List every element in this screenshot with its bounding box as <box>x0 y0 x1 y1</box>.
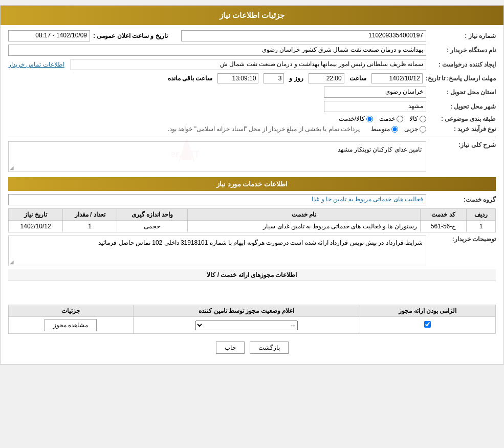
cell-row-num: 1 <box>467 221 496 232</box>
service-group-row: گروه خدمت: فعالیت های خدماتی مربوط به تا… <box>8 194 496 205</box>
tender-number-value: 1102093354000197 <box>181 30 426 41</box>
province-row: استان محل تحویل : خراسان رضوی <box>8 87 496 98</box>
col-quantity: تعداد / مقدار <box>63 209 117 221</box>
creator-contact-link[interactable]: اطلاعات تماس خریدار <box>8 61 64 68</box>
process-jozii-radio[interactable] <box>420 126 426 133</box>
page-title: جزئیات اطلاعات نیاز <box>220 11 284 19</box>
main-content: شماره نیاز : 1102093354000197 تاریخ و سا… <box>1 25 503 364</box>
response-days: 3 <box>264 73 284 83</box>
process-label: نوع فرآیند خرید : <box>429 125 496 133</box>
tender-number-label: شماره نیاز : <box>429 32 496 39</box>
category-khadamat-radio[interactable] <box>397 116 403 122</box>
process-jozii-item: جزیی <box>404 125 426 133</box>
services-section-label: اطلاعات خدمات مورد نیاز <box>216 180 288 188</box>
city-row: شهر محل تحویل : مشهد <box>8 101 496 112</box>
perm-details-cell: مشاهده مجوز <box>9 317 134 334</box>
process-desc: پرداخت تمام یا بخشی از مبلغ خریدار از مح… <box>168 125 360 133</box>
process-motavasset-radio[interactable] <box>391 126 398 133</box>
perm-col-details: جزئیات <box>9 305 134 317</box>
process-row: نوع فرآیند خرید : جزیی متوسط پرداخت تمام… <box>8 125 496 133</box>
cell-quantity: 1 <box>63 221 117 232</box>
services-section-header: اطلاعات خدمات مورد نیاز <box>8 177 496 191</box>
response-time-label: ساعت <box>349 75 366 82</box>
category-kala-radio[interactable] <box>420 116 426 122</box>
process-radio-group: جزیی متوسط پرداخت تمام یا بخشی از مبلغ خ… <box>168 125 426 133</box>
category-kala-label: کالا <box>409 115 418 122</box>
tender-number-row: شماره نیاز : 1102093354000197 تاریخ و سا… <box>8 30 496 41</box>
category-khadamat-item: خدمت <box>379 115 403 122</box>
general-desc-text: تامین غذای کارکنان توبنکار مشهد <box>338 146 422 153</box>
perm-status-cell: -- <box>133 317 360 334</box>
buyer-desc-resize: ◢ <box>10 259 14 265</box>
cell-unit: حجمی <box>117 221 187 232</box>
svg-text:AnatTender.NET: AnatTender.NET <box>171 149 200 159</box>
buyer-row: نام دستگاه خریدار : بهداشت و درمان صنعت … <box>8 45 496 56</box>
buyer-desc-label: توضیحات خریدار: <box>429 236 496 243</box>
watermark-logo: AnatTender.NET <box>171 134 264 180</box>
col-service-code: کد خدمت <box>420 209 467 221</box>
permissions-section-title: اطلاعات مجوزهای ارائه خدمت / کالا <box>8 269 496 281</box>
response-date: 1402/10/12 <box>371 73 423 83</box>
process-motavasset-item: متوسط <box>371 125 398 133</box>
spacer <box>8 284 496 305</box>
col-measurement-unit: واحد اندازه گیری <box>117 209 187 221</box>
process-jozii-label: جزیی <box>404 125 418 133</box>
view-permit-button[interactable]: مشاهده مجوز <box>45 319 97 331</box>
col-date: تاریخ نیاز <box>9 209 63 221</box>
city-label: شهر محل تحویل : <box>429 103 496 110</box>
permissions-title-text: اطلاعات مجوزهای ارائه خدمت / کالا <box>207 271 297 279</box>
footer-buttons: بازگشت چاپ <box>8 342 496 354</box>
permissions-row: -- مشاهده مجوز <box>9 317 496 334</box>
category-kala-khadamat-item: کالا/خدمت <box>339 115 373 122</box>
remaining-label: ساعت باقی مانده <box>168 75 213 82</box>
service-group-label: گروه خدمت: <box>429 196 496 203</box>
perm-col-required: الزامی بودن ارائه مجوز <box>360 305 495 317</box>
cell-date: 1402/10/12 <box>9 221 63 232</box>
category-kala-khadamat-label: کالا/خدمت <box>339 115 365 122</box>
perm-required-cell <box>360 317 495 334</box>
response-deadline-row: مهلت ارسال پاسخ: تا تاریخ: 1402/10/12 سا… <box>8 73 496 83</box>
col-service-name: نام خدمت <box>187 209 420 221</box>
category-khadamat-label: خدمت <box>379 115 395 122</box>
category-radio-group: کالا خدمت کالا/خدمت <box>339 115 426 122</box>
back-button[interactable]: بازگشت <box>250 342 289 354</box>
page-header: جزئیات اطلاعات نیاز <box>1 6 503 25</box>
category-row: طبقه بندی موضوعی : کالا خدمت کالا/خدمت <box>8 115 496 122</box>
response-time: 22:00 <box>309 73 344 83</box>
category-kala-item: کالا <box>409 115 426 122</box>
process-motavasset-label: متوسط <box>371 125 390 133</box>
creator-value: سمانه ظریف سلطانی رئیس امور بیمانها بهدا… <box>71 59 426 70</box>
col-row-num: ردیف <box>467 209 496 221</box>
creator-row: ایجاد کننده درخواست : سمانه ظریف سلطانی … <box>8 59 496 70</box>
perm-status-select[interactable]: -- <box>195 321 298 330</box>
buyer-desc-row: توضیحات خریدار: شرایط قرارداد در پیش نوی… <box>8 236 496 266</box>
category-label: طبقه بندی موضوعی : <box>429 115 496 122</box>
perm-required-checkbox[interactable] <box>424 321 431 328</box>
buyer-desc-text: شرایط قرارداد در پیش نویس قرارداد ارائه … <box>98 239 423 246</box>
buyer-value: بهداشت و درمان صنعت نفت شمال شرق کشور خر… <box>8 45 426 56</box>
service-group-value: فعالیت های خدماتی مربوط به تامین جا و غذ… <box>8 194 426 205</box>
announce-label: تاریخ و ساعت اعلان عمومی : <box>93 32 168 39</box>
announce-value: 1402/10/09 - 08:17 <box>8 30 90 41</box>
perm-col-status: اعلام وضعیت مجوز توسط تامین کننده <box>133 305 360 317</box>
category-kala-khadamat-radio[interactable] <box>366 116 373 122</box>
general-desc-label: شرح کلی نیاز: <box>429 141 496 148</box>
print-button[interactable]: چاپ <box>216 342 245 354</box>
province-value: خراسان رضوی <box>324 87 426 98</box>
services-table: ردیف کد خدمت نام خدمت واحد اندازه گیری ت… <box>8 208 496 232</box>
resize-handle: ◢ <box>10 165 14 170</box>
permissions-table: الزامی بودن ارائه مجوز اعلام وضعیت مجوز … <box>8 305 496 334</box>
cell-service-name: رستوران ها و فعالیت های خدماتی مربوط به … <box>187 221 420 232</box>
buyer-label: نام دستگاه خریدار : <box>429 47 496 54</box>
table-row: 1 ح-56-561 رستوران ها و فعالیت های خدمات… <box>9 221 496 232</box>
creator-label: ایجاد کننده درخواست : <box>429 61 496 68</box>
response-deadline-label: مهلت ارسال پاسخ: تا تاریخ: <box>426 75 496 82</box>
general-desc-area: AnatTender.NET تامین غذای کارکنان توبنکا… <box>8 141 426 172</box>
province-label: استان محل تحویل : <box>429 89 496 96</box>
city-value: مشهد <box>324 101 426 112</box>
remaining-time: 13:09:10 <box>217 73 258 83</box>
page-wrapper: جزئیات اطلاعات نیاز شماره نیاز : 1102093… <box>0 5 504 365</box>
response-day-label: روز و <box>289 75 303 82</box>
buyer-desc-box: شرایط قرارداد در پیش نویس قرارداد ارائه … <box>8 236 426 266</box>
cell-service-code: ح-56-561 <box>420 221 467 232</box>
